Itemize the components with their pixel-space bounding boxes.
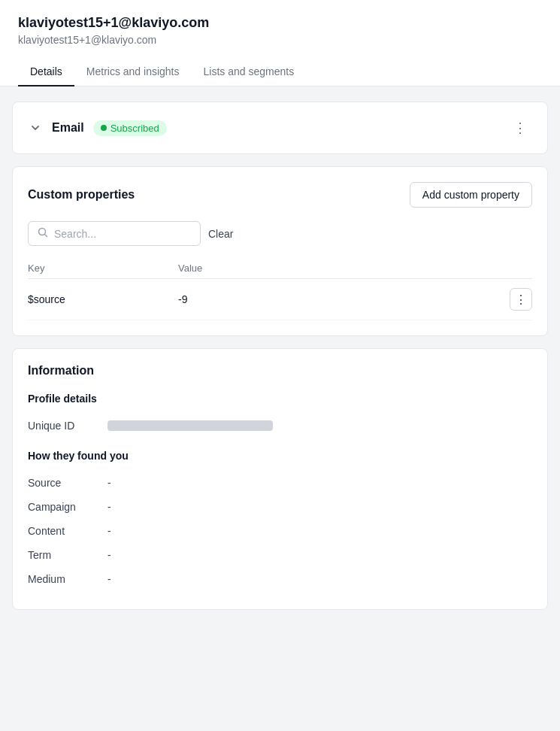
email-menu-button[interactable]: ⋮: [508, 116, 532, 140]
source-label: Source: [28, 477, 95, 489]
medium-label: Medium: [28, 573, 95, 585]
medium-row: Medium -: [28, 567, 532, 591]
badge-label: Subscribed: [110, 123, 159, 134]
unique-id-label: Unique ID: [28, 420, 95, 432]
main-content: Email Subscribed ⋮ Custom properties Add…: [0, 86, 560, 625]
chevron-down-icon[interactable]: [28, 120, 43, 135]
header-email-secondary: klaviyotest15+1@klaviyo.com: [18, 34, 542, 46]
col-header-key: Key: [28, 262, 178, 274]
col-header-value: Value: [178, 262, 532, 274]
email-card: Email Subscribed ⋮: [12, 102, 548, 154]
search-input[interactable]: [54, 228, 191, 240]
email-card-left: Email Subscribed: [28, 120, 167, 136]
unique-id-redacted: [107, 420, 273, 431]
unique-id-row: Unique ID: [28, 414, 532, 438]
campaign-row: Campaign -: [28, 495, 532, 519]
badge-dot-icon: [101, 125, 107, 131]
campaign-value: -: [107, 501, 111, 513]
custom-props-content: Custom properties Add custom property Cl…: [13, 167, 547, 335]
row-key: $source: [28, 293, 178, 305]
row-actions: ⋮: [510, 288, 532, 311]
tab-details[interactable]: Details: [18, 58, 74, 86]
custom-properties-card: Custom properties Add custom property Cl…: [12, 166, 548, 336]
tab-lists[interactable]: Lists and segments: [192, 58, 307, 86]
profile-details-label: Profile details: [28, 393, 532, 405]
source-row: Source -: [28, 471, 532, 495]
how-found-label: How they found you: [28, 450, 532, 462]
subscribed-badge: Subscribed: [93, 120, 167, 136]
info-content: Information Profile details Unique ID Ho…: [13, 349, 547, 609]
custom-props-title: Custom properties: [28, 188, 135, 202]
search-wrapper: [28, 221, 201, 246]
tab-bar: Details Metrics and insights Lists and s…: [18, 58, 542, 86]
svg-line-1: [45, 235, 47, 237]
term-value: -: [107, 549, 111, 561]
information-title: Information: [28, 364, 532, 378]
add-custom-property-button[interactable]: Add custom property: [410, 182, 532, 208]
term-row: Term -: [28, 543, 532, 567]
clear-search-button[interactable]: Clear: [208, 228, 233, 240]
table-row: $source -9 ⋮: [28, 279, 532, 320]
term-label: Term: [28, 549, 95, 561]
medium-value: -: [107, 573, 111, 585]
row-menu-button[interactable]: ⋮: [510, 288, 532, 311]
search-icon: [38, 227, 48, 240]
content-value: -: [107, 525, 111, 537]
content-label: Content: [28, 525, 95, 537]
email-card-inner: Email Subscribed ⋮: [13, 102, 547, 153]
email-label: Email: [52, 121, 84, 135]
tab-metrics[interactable]: Metrics and insights: [74, 58, 192, 86]
header-email-primary: klaviyotest15+1@klaviyo.com: [18, 15, 542, 31]
campaign-label: Campaign: [28, 501, 95, 513]
table-header: Key Value: [28, 258, 532, 279]
row-value: -9: [178, 293, 510, 305]
page-header: klaviyotest15+1@klaviyo.com klaviyotest1…: [0, 0, 560, 86]
custom-props-header: Custom properties Add custom property: [28, 182, 532, 208]
source-value: -: [107, 477, 111, 489]
search-row: Clear: [28, 221, 532, 246]
content-row: Content -: [28, 519, 532, 543]
information-card: Information Profile details Unique ID Ho…: [12, 348, 548, 610]
